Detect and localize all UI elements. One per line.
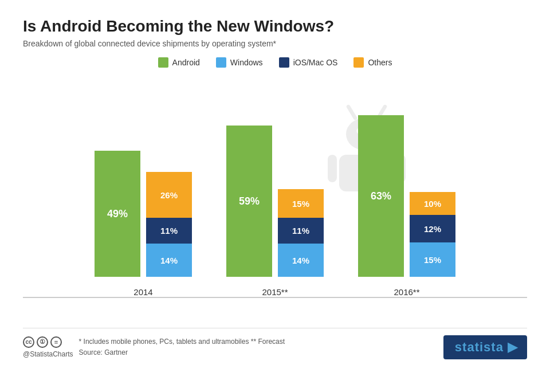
stacked-bar-1: 15%11%14% (278, 189, 324, 277)
year-group-2016*: 63%10%12%15%2016** (358, 115, 455, 297)
legend-label-ios: iOS/Mac OS (293, 58, 338, 67)
statista-arrow-icon: ▶ (508, 340, 518, 354)
legend-dot-others (353, 57, 364, 68)
year-label-2: 2016** (394, 287, 419, 297)
bar-segment-2-0: 10% (410, 192, 455, 215)
bar-segment-1-1: 11% (278, 218, 324, 244)
year-group-2015*: 59%15%11%14%2015** (226, 126, 324, 297)
footer-note: * Includes mobile phones, PCs, tablets a… (79, 336, 285, 347)
android-bar-2: 63% (358, 115, 404, 277)
legend-dot-windows (216, 57, 226, 68)
footer-source: Source: Gartner (79, 347, 285, 358)
bar-segment-0-0: 26% (146, 172, 192, 218)
bars-row-0: 49%26%11%14% (95, 151, 192, 277)
legend-item-others: Others (353, 57, 392, 68)
bar-segment-1-0: 15% (278, 189, 324, 218)
chart-legend: AndroidWindowsiOS/Mac OSOthers (23, 57, 527, 68)
bar-segment-1-2: 14% (278, 244, 324, 277)
chart-footer: cc ① = @StatistaCharts * Includes mobile… (23, 328, 527, 359)
cc-icon: cc (23, 336, 34, 348)
footer-icons: cc ① = @StatistaCharts (23, 336, 73, 358)
chart-baseline (23, 297, 527, 298)
footer-left: cc ① = @StatistaCharts * Includes mobile… (23, 336, 285, 358)
statista-logo: statista ▶ (455, 340, 518, 355)
android-bar-0: 49% (95, 151, 140, 277)
stacked-bar-0: 26%11%14% (146, 172, 192, 277)
legend-dot-ios (279, 57, 289, 68)
attribution-icon: ① (37, 336, 48, 348)
chart-subtitle: Breakdown of global connected device shi… (23, 39, 527, 48)
bar-segment-2-1: 12% (410, 215, 455, 242)
footer-notes: * Includes mobile phones, PCs, tablets a… (79, 336, 285, 358)
legend-label-windows: Windows (230, 58, 263, 67)
chart-area: 49%26%11%14%201459%15%11%14%2015**63%10%… (23, 79, 527, 320)
legend-item-ios: iOS/Mac OS (279, 57, 338, 68)
year-label-0: 2014 (133, 287, 152, 297)
legend-item-android: Android (158, 57, 200, 68)
legend-dot-android (158, 57, 168, 68)
cc-icons: cc ① = (23, 336, 73, 348)
chart-title: Is Android Becoming the New Windows? (23, 17, 527, 36)
android-bar-1: 59% (226, 126, 272, 277)
legend-item-windows: Windows (216, 57, 263, 68)
statista-logo-container: statista ▶ (443, 335, 527, 359)
stacked-bar-2: 10%12%15% (410, 192, 455, 277)
share-icon: = (50, 336, 62, 348)
bar-segment-2-2: 15% (410, 242, 455, 277)
bars-row-2: 63%10%12%15% (358, 115, 455, 277)
footer-handle: @StatistaCharts (23, 350, 73, 358)
bars-row-1: 59%15%11%14% (226, 126, 324, 277)
legend-label-android: Android (172, 58, 200, 67)
year-group-2014: 49%26%11%14%2014 (95, 151, 192, 297)
legend-label-others: Others (368, 58, 392, 67)
bars-wrapper: 49%26%11%14%201459%15%11%14%2015**63%10%… (23, 79, 527, 297)
year-label-1: 2015** (262, 287, 288, 297)
bar-segment-0-2: 14% (146, 244, 192, 277)
chart-container: Is Android Becoming the New Windows? Bre… (0, 0, 550, 392)
bar-segment-0-1: 11% (146, 218, 192, 244)
